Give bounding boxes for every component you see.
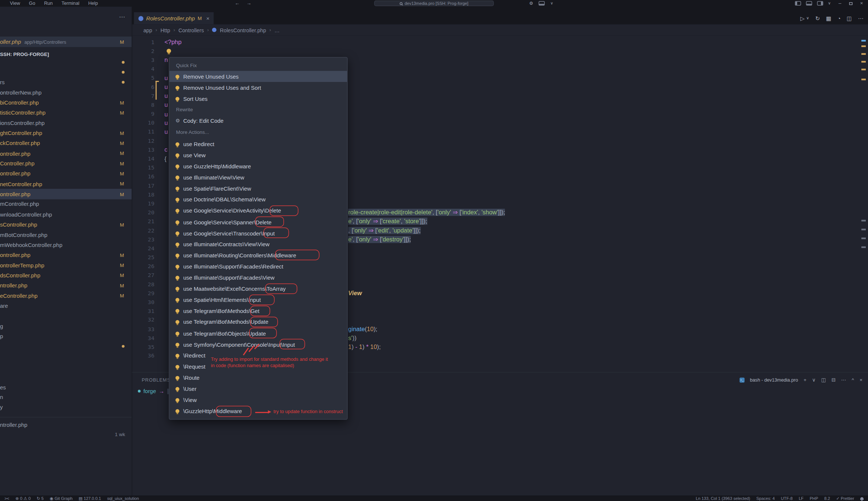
quickfix-item[interactable]: use Doctrine\DBAL\Schema\View	[169, 194, 347, 205]
file-row[interactable]: eController.phpM	[0, 291, 132, 301]
file-row[interactable]: mBotController.php	[0, 230, 132, 240]
breadcrumb-item[interactable]: RolesController.php	[220, 27, 266, 33]
file-row[interactable]	[0, 67, 132, 77]
maximize-button[interactable]	[849, 2, 852, 4]
quickfix-item[interactable]: Remove Unused Uses	[169, 71, 347, 82]
file-row[interactable]: ckController.phpM	[0, 138, 132, 148]
breadcrumb-item[interactable]: …	[274, 27, 280, 33]
run-icon[interactable]: ▷	[801, 15, 805, 21]
file-row[interactable]: tisticController.phpM	[0, 108, 132, 118]
terminal-dropdown-icon[interactable]: ∨	[812, 377, 816, 383]
indentation[interactable]: Spaces: 4	[756, 496, 775, 501]
customize-layout-icon[interactable]: ∨	[828, 1, 831, 6]
menu-terminal[interactable]: Terminal	[57, 0, 84, 6]
quickfix-item[interactable]: use Google\Service\DriveActivity\Delete	[169, 205, 347, 217]
kill-terminal-icon[interactable]: ⊟	[831, 377, 835, 383]
file-row[interactable]: ionsController.php	[0, 118, 132, 128]
panel-toggle-icon[interactable]	[539, 1, 545, 6]
breadcrumb-item[interactable]: app	[143, 27, 152, 33]
sync-icon[interactable]: ↻	[815, 15, 820, 21]
more-actions-icon[interactable]: ⋯	[119, 13, 125, 20]
encoding[interactable]: UTF-8	[781, 496, 793, 501]
git-graph[interactable]: ◉ Git Graph	[50, 496, 72, 501]
open-editor-entry[interactable]: oller.php app/Http/Controllers M	[0, 37, 132, 47]
quickfix-item[interactable]: use GuzzleHttp\Middleware	[169, 161, 347, 172]
prettier[interactable]: ✓ Prettier	[836, 496, 854, 501]
menu-go[interactable]: Go	[24, 0, 40, 6]
minimize-button[interactable]: –	[836, 0, 844, 6]
run-dropdown-icon[interactable]: ∨	[806, 16, 809, 20]
quickfix-item[interactable]: Sort Uses	[169, 93, 347, 104]
language-mode[interactable]: PHP	[810, 496, 818, 501]
quickfix-item[interactable]: ⚙Cody: Edit Code	[169, 115, 347, 126]
file-row[interactable]	[0, 372, 132, 382]
file-row[interactable]	[0, 311, 132, 321]
menu-view[interactable]: View	[6, 0, 24, 6]
quickfix-item[interactable]: use Illuminate\View\View	[169, 172, 347, 183]
file-row[interactable]: p	[0, 331, 132, 341]
file-row[interactable]: wnloadController.php	[0, 210, 132, 220]
file-row[interactable]: ontrollerNew.php	[0, 88, 132, 98]
quickfix-item[interactable]: use Illuminate\Support\Facades\View	[169, 272, 347, 283]
file-row[interactable]: rs	[0, 78, 132, 88]
eol[interactable]: LF	[799, 496, 803, 501]
cursor-position[interactable]: Ln 133, Col 1 (3963 selected)	[696, 496, 750, 501]
quickfix-item[interactable]: use Illuminate\Routing\Controllers\Middl…	[169, 250, 347, 261]
file-row[interactable]: ghtController.phpM	[0, 128, 132, 138]
file-row[interactable]: ontroller.phpM	[0, 169, 132, 179]
maximize-panel-icon[interactable]: ^	[852, 377, 854, 383]
toggle-secondary-sidebar-icon[interactable]	[817, 1, 823, 6]
file-row[interactable]: mWebhookController.php	[0, 240, 132, 250]
server-indicator[interactable]: ▤ 127.0.0.1	[79, 496, 101, 501]
file-row[interactable]	[0, 352, 132, 362]
close-button[interactable]: ×	[857, 0, 866, 6]
quickfix-item[interactable]: \User	[169, 383, 347, 395]
timeline-file-row[interactable]: ntroller.php	[0, 420, 27, 430]
file-row[interactable]: ontrollerTemp.phpM	[0, 260, 132, 270]
tab-rolescontroller[interactable]: RolesController.php M ×	[134, 12, 214, 24]
file-row[interactable]	[0, 362, 132, 372]
file-row[interactable]: ntroller.phpM	[0, 280, 132, 290]
workspace-indicator[interactable]: sql_uiux_solution	[107, 496, 139, 501]
problems-indicator[interactable]: ⊗ 0 ⚠ 0	[15, 496, 30, 501]
panel-tab-problems[interactable]: PROBLEMS	[142, 377, 171, 383]
quickfix-item[interactable]: Remove Unused Uses and Sort	[169, 82, 347, 93]
command-center-search[interactable]: dev13media.pro [SSH: Prog-forge]	[374, 0, 494, 6]
quickfix-item[interactable]: use Google\Service\Transcoder\Input	[169, 228, 347, 239]
file-row[interactable]: mController.php	[0, 199, 132, 209]
quickfix-item[interactable]: use Illuminate\Contracts\View\View	[169, 239, 347, 250]
quickfix-item[interactable]: use Illuminate\Support\Facades\Redirect	[169, 261, 347, 272]
quickfix-item[interactable]: use Spatie\FlareClient\View	[169, 183, 347, 194]
file-row[interactable]: are	[0, 301, 132, 311]
file-row[interactable]: sController.phpM	[0, 220, 132, 230]
file-row[interactable]: ontroller.phpM	[0, 189, 132, 199]
tab-close-icon[interactable]: ×	[206, 15, 209, 21]
file-row[interactable]: es	[0, 382, 132, 392]
editor-more-actions-icon[interactable]: ⋯	[858, 15, 864, 21]
sync-indicator[interactable]: ↻ 5	[37, 496, 44, 501]
split-terminal-icon[interactable]: ◫	[821, 377, 826, 383]
toggle-panel-icon[interactable]	[806, 1, 812, 6]
file-row[interactable]: g	[0, 321, 132, 331]
panel-more-actions-icon[interactable]: ⋯	[841, 377, 846, 383]
file-row[interactable]: netController.phpM	[0, 179, 132, 189]
remote-indicator[interactable]: ><	[4, 496, 9, 501]
lightbulb-icon[interactable]	[166, 49, 171, 53]
file-row[interactable]	[0, 342, 132, 352]
file-row[interactable]: dsController.phpM	[0, 270, 132, 280]
forward-icon[interactable]: →	[246, 0, 251, 6]
toggle-sidebar-icon[interactable]	[795, 1, 801, 6]
quickfix-item[interactable]: use View	[169, 150, 347, 161]
menu-help[interactable]: Help	[84, 0, 102, 6]
quickfix-item[interactable]: \View	[169, 395, 347, 406]
settings-icon[interactable]: ⚙	[529, 1, 533, 6]
new-terminal-icon[interactable]: +	[803, 377, 806, 383]
layout-grid-icon[interactable]: ▦	[826, 15, 831, 21]
close-panel-icon[interactable]: ×	[859, 377, 862, 383]
file-row[interactable]: biController.phpM	[0, 98, 132, 108]
split-editor-icon[interactable]: ◫	[847, 15, 852, 21]
file-row[interactable]: ontroller.phpM	[0, 250, 132, 260]
terminal-session-label[interactable]: bash - dev13media.pro	[750, 377, 798, 383]
breadcrumb-item[interactable]: Controllers	[178, 27, 204, 33]
file-row[interactable]: n	[0, 392, 132, 402]
